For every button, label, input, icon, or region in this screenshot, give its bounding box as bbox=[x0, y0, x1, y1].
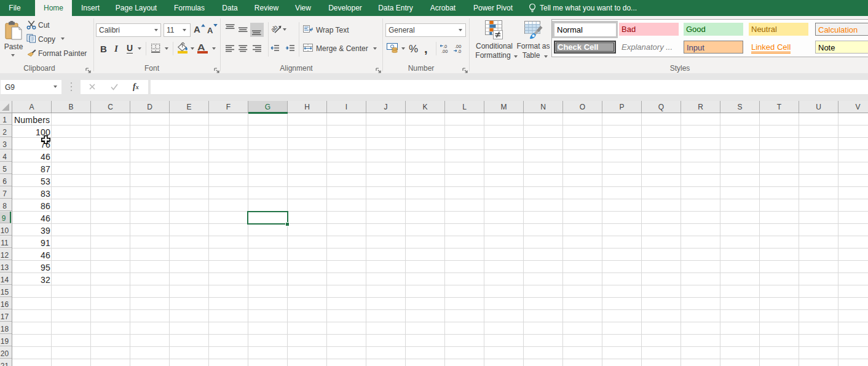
svg-text:.00: .00 bbox=[441, 49, 448, 54]
svg-text:.0: .0 bbox=[457, 49, 461, 54]
